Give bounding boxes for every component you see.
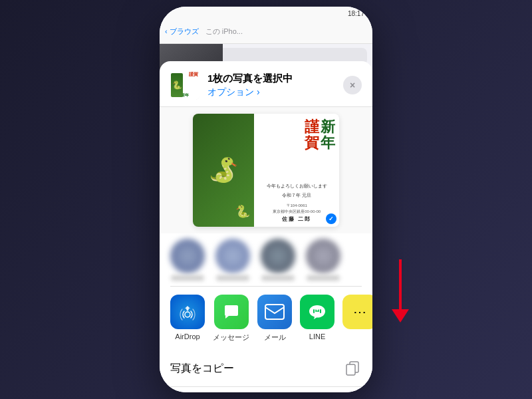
close-button[interactable]: × [343, 76, 362, 94]
snake-image: 🐍 [209, 156, 239, 184]
back-btn[interactable]: ‹ ブラウズ [165, 27, 199, 37]
red-arrow-indicator [392, 259, 409, 323]
person-2[interactable] [215, 239, 250, 281]
person-3[interactable] [261, 239, 295, 281]
copy-icon [343, 359, 362, 378]
app-item-line[interactable]: LINE [300, 295, 334, 340]
person-1[interactable] [170, 239, 205, 281]
options-button[interactable]: オプション › [207, 86, 343, 98]
arrow-head [392, 309, 409, 323]
card-address: 東京都中央区銀座00-00-00 [257, 209, 336, 214]
people-row [160, 233, 372, 286]
card-wish: 今年もよろしくお願いします [257, 183, 336, 190]
preview-area: 🐍 🐍 謹賀 新年 [160, 107, 372, 233]
app-item-more[interactable]: ⋯ [342, 295, 372, 329]
app-item-mail[interactable]: メール [257, 295, 292, 342]
card-date: 令和７年 元旦 [257, 192, 336, 199]
line-label: LINE [309, 332, 325, 340]
line-icon [300, 295, 334, 329]
svg-point-3 [318, 311, 319, 312]
kinnga-char: 謹賀 [305, 119, 319, 151]
header-title: 1枚の写真を選択中 [207, 72, 343, 85]
person-4[interactable] [306, 239, 340, 281]
shinnen-char: 新年 [321, 119, 335, 151]
svg-point-0 [185, 312, 190, 317]
status-time: 18:17 [348, 10, 364, 17]
location-label: この iPho... [205, 27, 243, 37]
messages-label: メッセージ [213, 332, 249, 342]
snake-image-2: 🐍 [235, 204, 250, 219]
action-row: 写真をコピー [160, 350, 372, 392]
svg-rect-1 [265, 305, 284, 319]
card-postal: 〒104-0061 [257, 203, 336, 208]
mail-icon [257, 295, 292, 329]
arrow-shaft [399, 259, 402, 309]
card-body: 今年もよろしくお願いします 令和７年 元旦 〒104-0061 東京都中央区銀座… [257, 183, 336, 223]
photo-thumbnail: 謹賀 新年 🐍 [170, 70, 200, 100]
airdrop-icon [170, 295, 205, 329]
share-sheet: 謹賀 新年 🐍 1枚の写真を選択中 オプション › × [160, 61, 372, 392]
card-name: 佐藤 二郎 [257, 215, 336, 223]
app-row: AirDrop メッセージ [160, 287, 372, 350]
more-icon: ⋯ [342, 295, 372, 329]
mail-label: メール [264, 332, 286, 342]
copy-photo-label: 写真をコピー [170, 362, 343, 376]
airdrop-label: AirDrop [175, 332, 200, 340]
app-item-messages[interactable]: メッセージ [213, 295, 249, 342]
messages-icon [214, 295, 249, 329]
phone-frame: 18:17 ‹ ブラウズ この iPho... 🔍 検索 [160, 7, 372, 392]
app-item-airdrop[interactable]: AirDrop [170, 295, 205, 340]
svg-rect-5 [346, 364, 355, 375]
svg-point-2 [315, 311, 317, 312]
copy-photo-action[interactable]: 写真をコピー [170, 350, 362, 387]
preview-card: 🐍 🐍 謹賀 新年 [193, 114, 339, 227]
header-text-area: 1枚の写真を選択中 オプション › [200, 72, 343, 98]
share-header: 謹賀 新年 🐍 1枚の写真を選択中 オプション › × [160, 61, 372, 107]
selected-checkmark: ✓ [326, 213, 336, 224]
